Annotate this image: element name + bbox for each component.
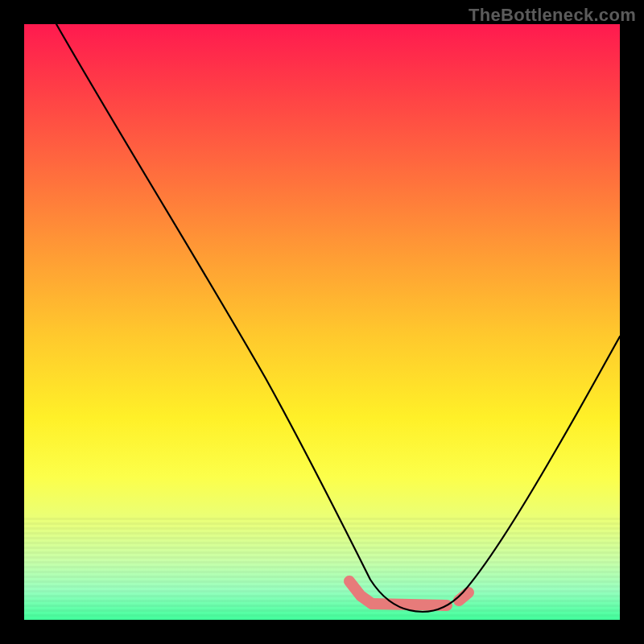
chart-stage: TheBottleneck.com <box>0 0 644 644</box>
plot-area <box>24 24 620 620</box>
optimal-range-marker <box>349 581 469 605</box>
watermark-text: TheBottleneck.com <box>469 5 636 26</box>
bottleneck-curve <box>56 24 620 612</box>
chart-overlay-svg <box>24 24 620 620</box>
